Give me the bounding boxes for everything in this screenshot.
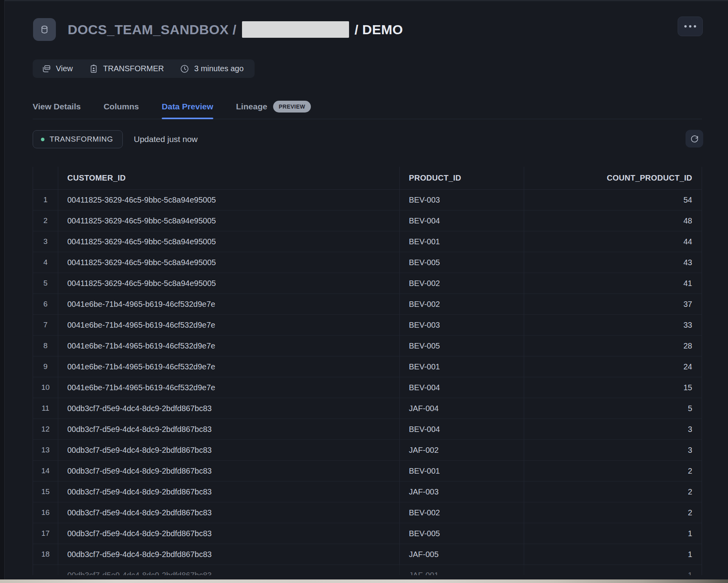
row-number-cell: 12 xyxy=(33,419,58,439)
customer-id-cell: 0041e6be-71b4-4965-b619-46cf532d9e7e xyxy=(58,336,400,356)
product-id-cell: BEV-004 xyxy=(400,419,524,439)
count-cell: 2 xyxy=(524,461,702,481)
row-number-cell: 17 xyxy=(33,523,58,544)
row-number-cell: 5 xyxy=(33,273,58,293)
product-id-cell: BEV-002 xyxy=(400,273,524,293)
customer-id-cell: 00411825-3629-46c5-9bbc-5c8a94e95005 xyxy=(58,190,400,210)
table-row: 9 0041e6be-71b4-4965-b619-46cf532d9e7e B… xyxy=(33,356,702,377)
title-schema-path: DOCS_TEAM_SANDBOX / xyxy=(68,22,237,37)
tab-view-details[interactable]: View Details xyxy=(33,94,81,119)
count-cell: 2 xyxy=(524,502,702,523)
status-dot-icon xyxy=(41,138,44,141)
ellipsis-dot xyxy=(694,25,696,28)
row-number-cell: 3 xyxy=(33,231,58,252)
customer-id-cell: 00411825-3629-46c5-9bbc-5c8a94e95005 xyxy=(58,273,400,293)
age-chip: 3 minutes ago xyxy=(179,64,244,74)
customer-id-cell: 0041e6be-71b4-4965-b619-46cf532d9e7e xyxy=(58,377,400,398)
row-number-cell: 7 xyxy=(33,315,58,335)
table-row-partial: 00db3cf7-d5e9-4dc4-8dc9-2bdfd867bc83 JAF… xyxy=(33,565,702,575)
table-row: 3 00411825-3629-46c5-9bbc-5c8a94e95005 B… xyxy=(33,231,702,252)
tab-bar: View Details Columns Data Preview Lineag… xyxy=(33,94,702,119)
object-type-label: View xyxy=(56,64,73,73)
row-number-cell: 13 xyxy=(33,440,58,460)
customer-id-cell: 00db3cf7-d5e9-4dc4-8dc9-2bdfd867bc83 xyxy=(58,398,400,419)
product-id-cell: BEV-002 xyxy=(400,294,524,314)
row-number-header xyxy=(33,167,58,189)
count-cell: 1 xyxy=(524,565,702,575)
count-cell: 2 xyxy=(524,482,702,502)
table-row: 5 00411825-3629-46c5-9bbc-5c8a94e95005 B… xyxy=(33,273,702,294)
count-cell: 3 xyxy=(524,419,702,439)
partial-row-clip: 00db3cf7-d5e9-4dc4-8dc9-2bdfd867bc83 JAF… xyxy=(33,565,702,575)
table-row: 15 00db3cf7-d5e9-4dc4-8dc9-2bdfd867bc83 … xyxy=(33,482,702,502)
tab-label: View Details xyxy=(33,102,81,111)
row-number-cell: 15 xyxy=(33,482,58,502)
preview-feature-badge: PREVIEW xyxy=(273,101,310,113)
count-cell: 44 xyxy=(524,231,702,252)
status-label: TRANSFORMING xyxy=(50,135,113,144)
product-id-cell: JAF-002 xyxy=(400,440,524,460)
window-top-edge xyxy=(0,0,728,1)
product-id-cell: BEV-001 xyxy=(400,356,524,377)
product-id-cell: BEV-005 xyxy=(400,252,524,273)
count-cell: 37 xyxy=(524,294,702,314)
customer-id-cell: 00db3cf7-d5e9-4dc4-8dc9-2bdfd867bc83 xyxy=(58,502,400,523)
age-label: 3 minutes ago xyxy=(194,64,244,73)
count-cell: 1 xyxy=(524,544,702,565)
tab-lineage[interactable]: Lineage PREVIEW xyxy=(236,94,311,119)
product-id-cell: BEV-004 xyxy=(400,377,524,398)
table-row: 7 0041e6be-71b4-4965-b619-46cf532d9e7e B… xyxy=(33,315,702,336)
object-type-chip: View xyxy=(41,64,73,74)
role-chip: TRANSFORMER xyxy=(89,64,164,74)
row-number-cell: 6 xyxy=(33,294,58,314)
row-number-cell: 14 xyxy=(33,461,58,481)
customer-id-cell: 00411825-3629-46c5-9bbc-5c8a94e95005 xyxy=(58,252,400,273)
page-title: DOCS_TEAM_SANDBOX / / DEMO xyxy=(68,18,403,41)
table-row: 16 00db3cf7-d5e9-4dc4-8dc9-2bdfd867bc83 … xyxy=(33,502,702,523)
product-id-cell: JAF-005 xyxy=(400,544,524,565)
transforming-status-badge: TRANSFORMING xyxy=(33,130,123,148)
product-id-cell: JAF-003 xyxy=(400,482,524,502)
row-number-cell: 10 xyxy=(33,377,58,398)
title-object-name: / DEMO xyxy=(355,22,403,37)
customer-id-cell: 0041e6be-71b4-4965-b619-46cf532d9e7e xyxy=(58,356,400,377)
tab-data-preview[interactable]: Data Preview xyxy=(162,94,213,119)
row-number-cell: 1 xyxy=(33,190,58,210)
layers-icon xyxy=(41,64,52,74)
count-cell: 15 xyxy=(524,377,702,398)
table-row: 10 0041e6be-71b4-4965-b619-46cf532d9e7e … xyxy=(33,377,702,398)
refresh-button[interactable] xyxy=(686,130,703,148)
tab-columns[interactable]: Columns xyxy=(103,94,139,119)
id-badge-icon xyxy=(89,64,99,74)
role-label: TRANSFORMER xyxy=(103,64,164,73)
count-cell: 24 xyxy=(524,356,702,377)
count-cell: 41 xyxy=(524,273,702,293)
product-id-cell: JAF-004 xyxy=(400,398,524,419)
row-number-cell: 16 xyxy=(33,502,58,523)
customer-id-cell: 00db3cf7-d5e9-4dc4-8dc9-2bdfd867bc83 xyxy=(58,440,400,460)
product-id-cell: BEV-005 xyxy=(400,523,524,544)
count-cell: 28 xyxy=(524,336,702,356)
database-icon xyxy=(39,24,50,35)
count-cell: 3 xyxy=(524,440,702,460)
clock-icon xyxy=(179,64,190,74)
row-number-cell: 4 xyxy=(33,252,58,273)
ellipsis-dot xyxy=(689,25,691,28)
customer-id-cell: 00db3cf7-d5e9-4dc4-8dc9-2bdfd867bc83 xyxy=(58,523,400,544)
column-header-product-id: PRODUCT_ID xyxy=(400,167,524,189)
count-cell: 48 xyxy=(524,210,702,231)
customer-id-cell: 00411825-3629-46c5-9bbc-5c8a94e95005 xyxy=(58,231,400,252)
customer-id-cell: 00db3cf7-d5e9-4dc4-8dc9-2bdfd867bc83 xyxy=(58,565,400,575)
more-options-button[interactable] xyxy=(678,17,703,36)
table-row: 2 00411825-3629-46c5-9bbc-5c8a94e95005 B… xyxy=(33,210,702,231)
count-cell: 5 xyxy=(524,398,702,419)
ellipsis-dot xyxy=(684,25,687,28)
row-number-cell: 2 xyxy=(33,210,58,231)
customer-id-cell: 0041e6be-71b4-4965-b619-46cf532d9e7e xyxy=(58,294,400,314)
customer-id-cell: 00db3cf7-d5e9-4dc4-8dc9-2bdfd867bc83 xyxy=(58,544,400,565)
row-number-cell xyxy=(33,565,58,575)
data-preview-page: DOCS_TEAM_SANDBOX / / DEMO View xyxy=(0,0,728,583)
object-meta-bar: View TRANSFORMER 3 minutes ago xyxy=(33,59,255,78)
table-row: 18 00db3cf7-d5e9-4dc4-8dc9-2bdfd867bc83 … xyxy=(33,544,702,565)
count-cell: 33 xyxy=(524,315,702,335)
